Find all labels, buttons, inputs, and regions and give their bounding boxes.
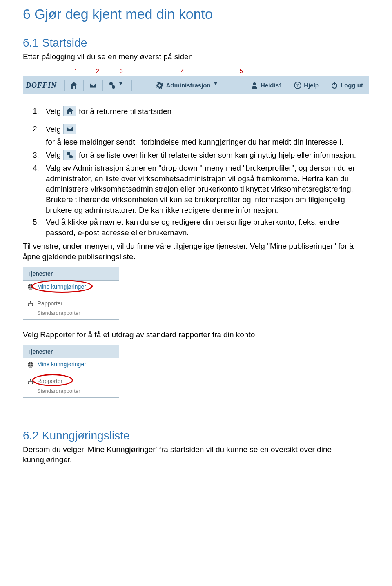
step-4: Valg av Administrasjon åpner en "drop do… <box>46 163 369 215</box>
tjen-mine-kunngjoringer[interactable]: Mine kunngjøringer <box>23 281 119 293</box>
help-icon <box>294 82 301 89</box>
tjen-rapporter[interactable]: Rapporter <box>23 297 119 310</box>
tjen-mine-kunngjoringer-2[interactable]: Mine kunngjøringer <box>23 358 119 371</box>
menu-bar: DOFFIN Administrasjon Heidis1 Hjelp Logg… <box>23 76 369 94</box>
step-list: Velg for å returnere til startsiden Velg… <box>23 106 369 238</box>
step-1a: Velg <box>46 106 61 117</box>
tjen-rapporter-2[interactable]: Rapporter <box>23 375 119 388</box>
tjenester-panel-2: Tjenester Mine kunngjøringer Rapporter S… <box>23 345 119 398</box>
step-2b: for å lese meldinger sendt i forbindelse… <box>46 137 343 147</box>
callout-2: 2 <box>96 67 99 75</box>
tjen-item1-label-2: Mine kunngjøringer <box>37 361 86 368</box>
tjen-item2-label-2: Rapporter <box>37 377 62 385</box>
tjen-standardrapporter[interactable]: Standardrapporter <box>23 310 119 319</box>
sitemap-icon <box>27 300 34 307</box>
menu-logout[interactable]: Logg ut <box>325 81 369 89</box>
sitemap-icon <box>27 378 34 385</box>
para-kunngjoringsliste: Dersom du velger 'Mine Kunngjøringer' fr… <box>23 444 369 465</box>
step-2a: Velg <box>46 124 61 135</box>
home-icon <box>70 82 78 89</box>
tjen-item1-label: Mine kunngjøringer <box>37 283 86 291</box>
step-3: Velg for å se liste over linker til rela… <box>46 150 369 160</box>
para-rapporter: Velg Rapporter for å få et utdrag av sta… <box>23 330 369 340</box>
menu-logout-label: Logg ut <box>341 81 363 89</box>
menu-help-label: Hjelp <box>304 81 319 89</box>
menu-home[interactable] <box>65 82 83 89</box>
step-3b: for å se liste over linker til relaterte… <box>79 150 356 160</box>
menu-admin-label: Administrasjon <box>166 81 210 89</box>
top-menu-screenshot: 1 2 3 4 5 DOFFIN Administrasjon Heidis1 … <box>23 67 369 94</box>
mail-icon <box>89 82 97 89</box>
menu-user[interactable]: Heidis1 <box>245 81 288 89</box>
menu-admin[interactable]: Administrasjon <box>132 81 245 89</box>
step-1b: for å returnere til startsiden <box>79 106 172 117</box>
callout-5: 5 <box>240 67 243 75</box>
step-3a: Velg <box>46 150 61 160</box>
callout-1: 1 <box>74 67 78 75</box>
para-services: Til venstre, under menyen, vil du finne … <box>23 241 369 262</box>
caret-icon <box>213 82 220 89</box>
tjenester-panel-1: Tjenester Mine kunngjøringer Rapporter S… <box>23 267 119 320</box>
step-4-text: Valg av Administrasjon åpner en "drop do… <box>46 164 355 214</box>
menu-help[interactable]: Hjelp <box>288 81 325 89</box>
menu-number-callouts: 1 2 3 4 5 <box>23 67 369 76</box>
step-2: Velg for å lese meldinger sendt i forbin… <box>46 124 369 147</box>
inline-mail-icon <box>63 124 76 134</box>
intro-text: Etter pålogging vil du se en meny øverst… <box>23 51 369 62</box>
step-1: Velg for å returnere til startsiden <box>46 106 369 116</box>
menu-mail[interactable] <box>84 82 102 89</box>
step-5-text: Ved å klikke på navnet kan du se og redi… <box>46 218 339 237</box>
power-icon <box>331 82 338 89</box>
step-5: Ved å klikke på navnet kan du se og redi… <box>46 217 369 238</box>
tjen-item2-label: Rapporter <box>37 300 62 307</box>
doffin-logo: DOFFIN <box>26 80 57 90</box>
globe-icon <box>27 361 34 368</box>
menu-user-label: Heidis1 <box>261 81 282 89</box>
inline-link-icon <box>63 150 76 160</box>
menu-links[interactable] <box>103 82 131 89</box>
tjenester-header: Tjenester <box>23 267 119 281</box>
heading-6-1: 6.1 Startside <box>23 35 369 51</box>
callout-4: 4 <box>181 67 184 75</box>
tjen-standardrapporter-2[interactable]: Standardrapporter <box>23 388 119 397</box>
globe-icon <box>27 283 34 290</box>
link-icon <box>109 82 116 89</box>
callout-3: 3 <box>120 67 123 75</box>
user-icon <box>251 82 258 89</box>
inline-home-icon <box>63 106 76 116</box>
caret-icon <box>118 82 126 89</box>
heading-6-2: 6.2 Kunngjøringsliste <box>23 428 369 443</box>
tjenester-header-2: Tjenester <box>23 345 119 359</box>
gear-icon <box>156 82 163 89</box>
heading-1: 6 Gjør deg kjent med din konto <box>23 5 369 24</box>
tjen-sub2-label: Standardrapporter <box>37 388 80 394</box>
